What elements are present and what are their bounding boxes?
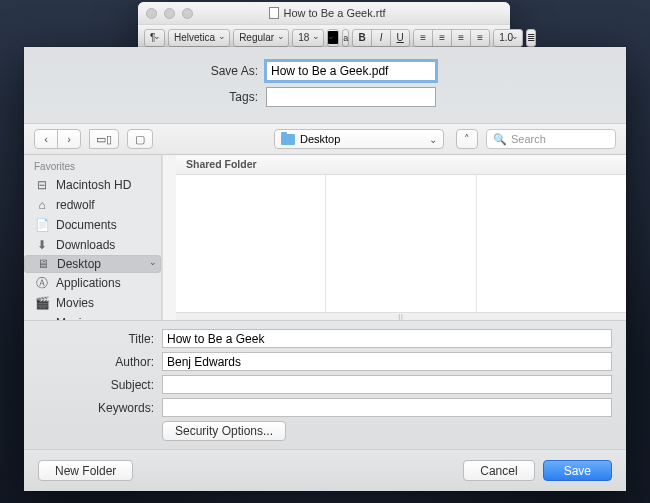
minimize-icon[interactable] [164,8,175,19]
title-label: Title: [24,332,162,346]
group-button[interactable]: ▢ [127,129,153,149]
doc-icon: 📄 [34,218,50,232]
sidebar-item-macintosh-hd[interactable]: ⊟Macintosh HD [24,175,161,195]
close-icon[interactable] [146,8,157,19]
column-header: Shared Folder [176,155,626,175]
save-as-input[interactable] [266,61,436,81]
zoom-icon[interactable] [182,8,193,19]
collapse-button[interactable]: ˄ [456,129,478,149]
keywords-label: Keywords: [24,401,162,415]
sidebar-scrollbar[interactable] [162,155,176,320]
align-right-button[interactable]: ≡ [451,29,471,47]
italic-button[interactable]: I [371,29,391,47]
sidebar-header: Favorites [24,155,161,175]
font-family-select[interactable]: Helvetica [168,29,230,47]
save-button[interactable]: Save [543,460,612,481]
sidebar-item-downloads[interactable]: ⬇Downloads [24,235,161,255]
save-header: Save As: Tags: [24,47,626,123]
font-weight-select[interactable]: Regular [233,29,289,47]
font-size-select[interactable]: 18 [292,29,324,47]
sidebar-item-label: redwolf [56,198,95,212]
sidebar-item-label: Applications [56,276,121,290]
pdf-metadata: Title: Author: Subject: Keywords: Securi… [24,320,626,449]
sidebar-item-label: Downloads [56,238,115,252]
tags-input[interactable] [266,87,436,107]
paragraph-style-select[interactable]: ¶ [144,29,165,47]
sidebar-item-redwolf[interactable]: ⌂redwolf [24,195,161,215]
align-group: ≡ ≡ ≡ ≡ [413,29,490,47]
document-icon [269,7,279,19]
window-title: How to Be a Geek.rtf [193,7,462,19]
sidebar-item-label: Desktop [57,257,101,271]
dialog-footer: New Folder Cancel Save [24,449,626,491]
sidebar-item-label: Movies [56,296,94,310]
view-nav: ▭▯ [89,129,119,149]
color-swatch[interactable] [327,29,339,47]
bold-button[interactable]: B [352,29,372,47]
movie-icon: 🎬 [34,296,50,310]
resize-handle[interactable]: || [176,312,626,320]
security-options-button[interactable]: Security Options... [162,421,286,441]
list-button[interactable]: ≣ [526,29,536,47]
sidebar-item-documents[interactable]: 📄Documents [24,215,161,235]
desk-icon: 🖥 [35,257,51,271]
underline-button[interactable]: U [390,29,410,47]
app-icon: Ⓐ [34,276,50,290]
keywords-input[interactable] [162,398,612,417]
align-left-button[interactable]: ≡ [413,29,433,47]
nav-toolbar: ‹ › ▭▯ ▢ Desktop ˄ 🔍 Search [24,123,626,155]
history-nav: ‹ › [34,129,81,149]
forward-button[interactable]: › [57,129,81,149]
tags-label: Tags: [24,90,266,104]
align-justify-button[interactable]: ≡ [470,29,490,47]
sidebar-item-applications[interactable]: ⒶApplications [24,273,161,293]
new-folder-button[interactable]: New Folder [38,460,133,481]
column-view[interactable] [176,175,626,312]
sidebar-item-label: Macintosh HD [56,178,131,192]
sidebar-item-music[interactable]: ♫Music [24,313,161,320]
search-field[interactable]: 🔍 Search [486,129,616,149]
back-button[interactable]: ‹ [34,129,58,149]
save-as-label: Save As: [24,64,266,78]
author-label: Author: [24,355,162,369]
search-icon: 🔍 [493,133,507,146]
file-browser: Favorites ⊟Macintosh HD⌂redwolf📄Document… [24,155,626,320]
titlebar: How to Be a Geek.rtf [138,2,510,24]
sidebar-item-label: Documents [56,218,117,232]
text-color-button[interactable]: a [342,29,349,47]
subject-label: Subject: [24,378,162,392]
sidebar-item-desktop[interactable]: 🖥Desktop [24,255,161,273]
style-group: B I U [352,29,410,47]
line-spacing-select[interactable]: 1.0 [493,29,523,47]
disk-icon: ⊟ [34,178,50,192]
down-icon: ⬇ [34,238,50,252]
author-input[interactable] [162,352,612,371]
align-center-button[interactable]: ≡ [432,29,452,47]
traffic-lights [146,8,193,19]
save-dialog: Save As: Tags: ‹ › ▭▯ ▢ Desktop ˄ 🔍 Sear… [24,47,626,491]
home-icon: ⌂ [34,198,50,212]
folder-icon [281,134,295,145]
sidebar: Favorites ⊟Macintosh HD⌂redwolf📄Document… [24,155,162,320]
location-select[interactable]: Desktop [274,129,444,149]
sidebar-item-movies[interactable]: 🎬Movies [24,293,161,313]
title-input[interactable] [162,329,612,348]
cancel-button[interactable]: Cancel [463,460,534,481]
subject-input[interactable] [162,375,612,394]
view-mode-button[interactable]: ▭▯ [89,129,119,149]
